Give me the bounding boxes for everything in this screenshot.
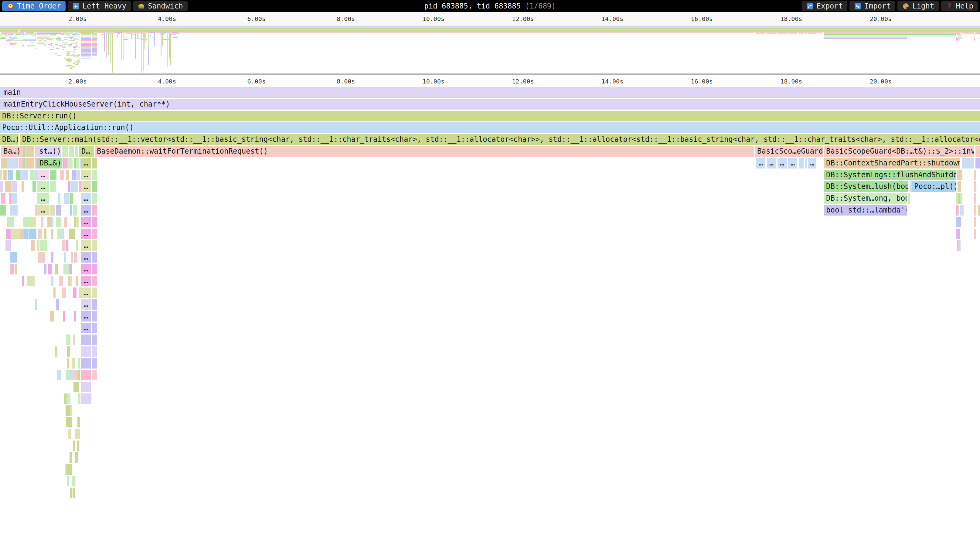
flame-frame[interactable] — [50, 311, 54, 321]
flame-frame[interactable] — [958, 229, 960, 239]
flame-frame[interactable] — [40, 240, 45, 251]
flame-frame[interactable] — [8, 158, 18, 168]
flame-frame[interactable]: … — [81, 323, 91, 333]
flame-frame[interactable] — [35, 146, 37, 157]
flame-frame[interactable] — [22, 276, 24, 286]
flame-frame[interactable]: st…)) — [37, 146, 61, 157]
flame-frame[interactable] — [92, 205, 97, 216]
flame-frame[interactable] — [62, 229, 64, 239]
flame-frame[interactable] — [978, 205, 980, 216]
flame-frame[interactable] — [56, 205, 61, 216]
flame-frame[interactable] — [70, 405, 72, 416]
flame-frame[interactable] — [960, 193, 963, 204]
flame-frame[interactable] — [64, 252, 66, 262]
tab-time-order[interactable]: Time Order — [2, 1, 65, 11]
flame-frame[interactable] — [65, 405, 70, 416]
flame-frame[interactable] — [48, 264, 52, 275]
flame-frame[interactable] — [70, 193, 73, 204]
flame-frame[interactable] — [44, 229, 46, 239]
flame-frame[interactable] — [19, 158, 23, 168]
import-button[interactable]: Import — [850, 1, 895, 11]
flame-frame[interactable] — [65, 240, 68, 251]
flame-frame[interactable] — [92, 288, 97, 298]
flame-frame[interactable] — [5, 240, 11, 251]
flame-frame[interactable] — [8, 170, 13, 180]
flame-frame[interactable] — [75, 452, 78, 463]
flame-frame[interactable]: BasicScopeGuard<DB:…t&)::$_2>::invoke() — [824, 146, 974, 157]
flame-frame[interactable] — [81, 335, 91, 345]
flame-frame[interactable] — [31, 217, 36, 227]
flame-frame[interactable] — [92, 264, 97, 275]
flame-frame[interactable] — [56, 299, 59, 310]
flame-frame[interactable]: DB::System…ong, bool) — [824, 193, 907, 204]
flame-frame[interactable] — [69, 264, 72, 275]
flame-frame[interactable] — [53, 288, 56, 298]
flame-frame[interactable]: DB…) — [0, 134, 19, 145]
flame-frame[interactable] — [961, 205, 964, 216]
flame-frame[interactable] — [77, 170, 80, 180]
flame-frame[interactable] — [64, 393, 67, 404]
flame-frame[interactable] — [958, 193, 960, 204]
flame-frame[interactable] — [74, 252, 77, 262]
flame-frame[interactable] — [26, 146, 34, 157]
flame-frame[interactable] — [3, 170, 7, 180]
flame-frame[interactable] — [31, 240, 35, 251]
theme-toggle-button[interactable]: Light — [897, 1, 939, 11]
flame-frame[interactable] — [64, 217, 67, 227]
flame-frame[interactable] — [81, 346, 91, 357]
flame-frame[interactable] — [76, 276, 78, 286]
flame-frame[interactable] — [974, 193, 976, 204]
flame-frame[interactable] — [51, 276, 53, 286]
flame-frame[interactable] — [70, 464, 72, 475]
flame-frame[interactable] — [974, 205, 976, 216]
flame-frame[interactable] — [69, 146, 74, 157]
flame-frame[interactable] — [35, 205, 37, 216]
flame-frame[interactable] — [14, 264, 17, 275]
flame-frame[interactable] — [30, 170, 35, 180]
flame-frame[interactable] — [975, 146, 980, 157]
flame-frame[interactable] — [19, 229, 24, 239]
flame-frame[interactable] — [78, 358, 80, 369]
flame-frame[interactable]: … — [81, 264, 91, 275]
flame-frame[interactable] — [73, 335, 75, 345]
flame-frame[interactable] — [67, 158, 73, 168]
flame-frame[interactable] — [70, 417, 72, 428]
flame-frame[interactable] — [77, 417, 80, 428]
flame-frame[interactable] — [62, 240, 65, 251]
flame-frame[interactable]: … — [37, 193, 49, 204]
flame-frame[interactable] — [799, 158, 803, 168]
flame-frame[interactable] — [76, 240, 78, 251]
flame-frame[interactable]: … — [81, 276, 91, 286]
flame-frame[interactable] — [76, 158, 79, 168]
flame-frame[interactable] — [73, 440, 75, 451]
flame-frame[interactable] — [51, 252, 53, 262]
flame-frame[interactable] — [72, 358, 75, 369]
flame-frame[interactable] — [805, 158, 807, 168]
flame-frame[interactable] — [0, 205, 6, 216]
flame-frame[interactable]: mainEntryClickHouseServer(int, char**) — [1, 99, 980, 110]
flame-frame[interactable] — [10, 264, 14, 275]
flame-frame[interactable] — [38, 252, 43, 262]
flame-frame[interactable] — [75, 429, 80, 439]
flame-frame[interactable] — [70, 276, 72, 286]
flame-frame[interactable] — [92, 217, 97, 227]
flame-frame[interactable] — [92, 276, 97, 286]
flame-frame[interactable]: main — [1, 87, 980, 98]
flame-frame[interactable] — [50, 181, 56, 192]
flame-frame[interactable] — [70, 488, 72, 498]
flame-frame[interactable]: … — [81, 193, 91, 204]
flame-frame[interactable] — [60, 170, 64, 180]
flame-frame[interactable] — [75, 370, 78, 380]
flame-frame[interactable] — [41, 217, 43, 227]
flame-frame[interactable] — [32, 181, 36, 192]
flame-frame[interactable] — [92, 170, 97, 180]
flame-frame[interactable]: … — [81, 299, 91, 310]
flame-frame[interactable] — [35, 170, 37, 180]
flame-frame[interactable] — [974, 229, 976, 239]
flame-frame[interactable] — [956, 193, 958, 204]
flame-frame[interactable]: … — [81, 158, 91, 168]
flame-frame[interactable] — [11, 229, 19, 239]
flame-frame[interactable] — [92, 358, 97, 369]
flame-frame[interactable] — [92, 181, 97, 192]
flame-frame[interactable] — [76, 217, 79, 227]
